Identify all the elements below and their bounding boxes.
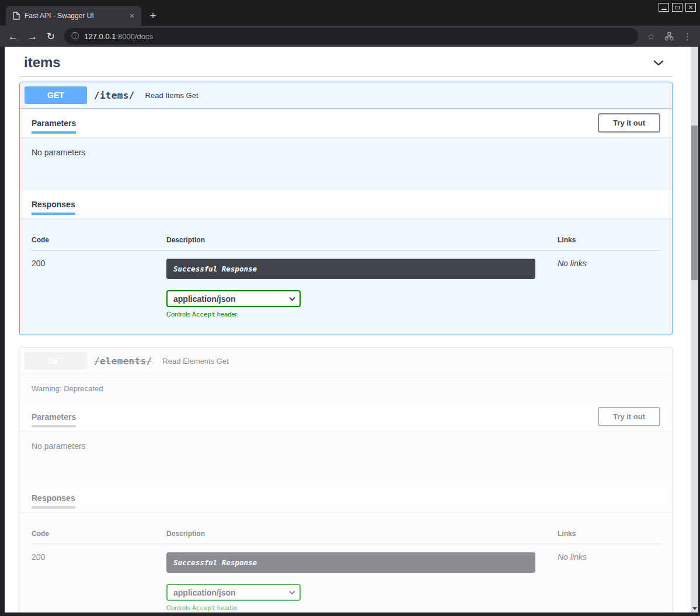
back-icon[interactable]: ←: [8, 32, 18, 41]
col-code-header: Code: [32, 236, 166, 244]
parameters-tab-deprecated: Parameters: [32, 412, 76, 422]
response-row-200: 200 Successful Response application/json: [32, 250, 660, 318]
scrollbar-thumb[interactable]: [691, 126, 698, 280]
tab-close-icon[interactable]: ✕: [127, 11, 137, 20]
endpoint-summary-deprecated: Read Elements Get: [162, 357, 228, 366]
page-favicon-icon: [13, 12, 20, 20]
accept-code: Accept: [192, 311, 215, 318]
opblock-get-elements-deprecated: GET /elements/ Read Elements Get Warning…: [19, 347, 673, 612]
status-code: 200: [32, 259, 166, 318]
maximize-icon: [675, 6, 680, 9]
no-parameters-text-deprecated: No parameters: [20, 431, 672, 483]
accept-header-note: Controls Accept header.: [166, 604, 558, 612]
endpoint-path-deprecated: /elements/: [94, 356, 152, 367]
section-collapse-chevron-icon[interactable]: [653, 60, 664, 66]
section-title: items: [24, 54, 61, 71]
accept-header-note: Controls Accept header.: [166, 311, 558, 318]
responses-table-deprecated: Code Description Links 200 Successful Re…: [20, 512, 672, 612]
responses-title-deprecated: Responses: [32, 493, 75, 503]
media-type-select-deprecated[interactable]: application/json: [166, 584, 301, 601]
responses-title: Responses: [32, 200, 75, 209]
responses-header-deprecated: Responses: [20, 483, 672, 512]
browser-window: ✕ Fast API - Swagger UI ✕ + ← → ↻ ⓘ 127.…: [0, 0, 700, 616]
reload-icon[interactable]: ↻: [47, 32, 55, 41]
browser-tab[interactable]: Fast API - Swagger UI ✕: [6, 6, 141, 26]
col-links-header: Links: [558, 530, 660, 538]
url-text: 127.0.0.1:8000/docs: [84, 32, 153, 41]
try-it-out-button[interactable]: Try it out: [598, 113, 660, 133]
bookmark-star-icon[interactable]: ☆: [647, 32, 655, 41]
page-scrollbar[interactable]: [691, 47, 698, 612]
response-description-cell: Successful Response application/json Con…: [166, 259, 558, 318]
url-path: :8000/docs: [116, 32, 153, 41]
media-type-control: application/json: [166, 290, 301, 307]
swagger-ui: items GET /items/ Read Items Get Paramet…: [5, 47, 691, 612]
browser-menu-icon[interactable]: ⋮: [683, 32, 692, 41]
col-description-header: Description: [166, 236, 558, 244]
opblock-summary-get-elements[interactable]: GET /elements/ Read Elements Get: [20, 348, 672, 374]
response-description-cell: Successful Response application/json Con…: [166, 552, 558, 612]
tab-groups-icon[interactable]: [664, 32, 674, 41]
responses-table-header-deprecated: Code Description Links: [32, 521, 660, 544]
no-parameters-text: No parameters: [20, 137, 672, 190]
method-badge-get-deprecated: GET: [25, 352, 87, 370]
window-controls: ✕: [659, 3, 696, 12]
response-description: Successful Response: [166, 259, 535, 279]
new-tab-button[interactable]: +: [145, 8, 161, 24]
responses-header: Responses: [20, 190, 672, 218]
method-badge-get: GET: [25, 86, 87, 104]
tab-strip: Fast API - Swagger UI ✕ +: [6, 6, 161, 26]
content-area: items GET /items/ Read Items Get Paramet…: [0, 47, 700, 616]
minimize-icon: [661, 9, 667, 10]
response-description: Successful Response: [166, 552, 535, 573]
parameters-header-deprecated: Parameters Try it out: [20, 402, 672, 431]
url-host: 127.0.0.1: [84, 32, 116, 41]
responses-table: Code Description Links 200 Successful Re…: [20, 218, 672, 335]
opblock-get-items: GET /items/ Read Items Get Parameters Tr…: [19, 82, 673, 335]
swagger-page: items GET /items/ Read Items Get Paramet…: [5, 47, 691, 612]
endpoint-path: /items/: [94, 90, 135, 101]
section-header-items[interactable]: items: [19, 47, 673, 76]
site-info-icon[interactable]: ⓘ: [71, 31, 79, 41]
opblock-summary-get-items[interactable]: GET /items/ Read Items Get: [20, 82, 672, 109]
col-links-header: Links: [558, 236, 660, 244]
browser-toolbar: ← → ↻ ⓘ 127.0.0.1:8000/docs ☆ ⋮: [0, 26, 700, 47]
forward-icon[interactable]: →: [27, 32, 37, 41]
minimize-button[interactable]: [659, 3, 669, 12]
endpoint-summary: Read Items Get: [145, 91, 198, 100]
scroll-down-arrow-icon: [692, 607, 697, 610]
try-it-out-button-deprecated[interactable]: Try it out: [598, 407, 660, 426]
window-titlebar: ✕ Fast API - Swagger UI ✕ +: [0, 0, 700, 26]
maximize-button[interactable]: [672, 3, 682, 12]
address-bar[interactable]: ⓘ 127.0.0.1:8000/docs: [64, 28, 638, 44]
links-value: No links: [558, 552, 660, 612]
close-icon: ✕: [688, 5, 693, 11]
parameters-tab: Parameters: [32, 119, 76, 128]
media-type-control: application/json: [166, 584, 301, 601]
close-button[interactable]: ✕: [685, 3, 696, 12]
accept-code: Accept: [192, 604, 215, 612]
links-value: No links: [558, 259, 660, 318]
col-code-header: Code: [32, 530, 166, 538]
parameters-header: Parameters Try it out: [20, 109, 672, 137]
status-code: 200: [32, 552, 166, 612]
scrollbar-down-button[interactable]: [691, 604, 698, 612]
deprecated-warning: Warning: Deprecated: [20, 374, 672, 402]
response-row-200-deprecated: 200 Successful Response application/json: [32, 544, 660, 612]
media-type-select[interactable]: application/json: [166, 290, 301, 307]
responses-table-header: Code Description Links: [32, 228, 660, 250]
tab-title: Fast API - Swagger UI: [25, 12, 123, 20]
col-description-header: Description: [166, 530, 558, 538]
